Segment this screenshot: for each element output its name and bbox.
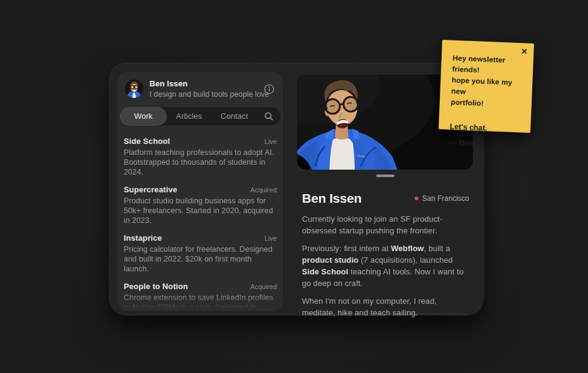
status-badge: Live bbox=[265, 235, 277, 242]
note-message: Hey newsletter friends! hope you like my… bbox=[451, 53, 524, 111]
project-supercreative[interactable]: Supercreative Acquired Product studio bu… bbox=[124, 185, 277, 225]
info-button[interactable] bbox=[264, 83, 274, 94]
bio-paragraph: Currently looking to join an SF product-… bbox=[302, 213, 469, 236]
tab-articles[interactable]: Articles bbox=[167, 107, 211, 126]
bio: Currently looking to join an SF product-… bbox=[297, 213, 473, 318]
hero-header: Ben Issen San Francisco bbox=[302, 191, 473, 206]
tab-work[interactable]: Work bbox=[120, 107, 167, 126]
search-button[interactable] bbox=[257, 107, 281, 126]
avatar bbox=[125, 80, 143, 98]
footer-divider bbox=[303, 314, 468, 314]
profile-tagline: I design and build tools people love bbox=[149, 90, 258, 99]
project-instaprice[interactable]: Instaprice Live Pricing calculator for f… bbox=[124, 233, 277, 274]
portfolio-window: Ben Issen I design and build tools peopl… bbox=[109, 63, 484, 315]
hero-name: Ben Issen bbox=[302, 191, 361, 206]
search-icon bbox=[264, 111, 274, 121]
status-badge: Acquired bbox=[251, 283, 277, 290]
project-title: People to Notion bbox=[124, 282, 188, 291]
bio-paragraph: When I'm not on my computer, I read, med… bbox=[302, 295, 469, 318]
left-panel: Ben Issen I design and build tools peopl… bbox=[118, 72, 283, 311]
profile-header: Ben Issen I design and build tools peopl… bbox=[118, 72, 283, 105]
sticky-note: ✕ Hey newsletter friends! hope you like … bbox=[439, 40, 534, 133]
project-title: Supercreative bbox=[124, 185, 177, 194]
project-description: Chrome extension to save LinkedIn profil… bbox=[124, 293, 277, 311]
location-label: San Francisco bbox=[422, 194, 469, 203]
project-title: Side School bbox=[124, 137, 170, 146]
avatar-illustration bbox=[125, 80, 143, 98]
project-title: Instaprice bbox=[124, 233, 162, 243]
drag-handle[interactable] bbox=[376, 175, 394, 177]
project-description: Platform teaching professionals to adopt… bbox=[124, 148, 277, 177]
project-list[interactable]: Side School Live Platform teaching profe… bbox=[118, 126, 283, 311]
location-dot-icon bbox=[415, 197, 418, 200]
project-description: Pricing calculator for freelancers. Desi… bbox=[124, 244, 277, 274]
project-side-school[interactable]: Side School Live Platform teaching profe… bbox=[124, 137, 277, 177]
status-badge: Acquired bbox=[251, 186, 277, 194]
tab-contact[interactable]: Contact bbox=[211, 107, 257, 126]
bio-paragraph: Previously: first intern at Webflow, bui… bbox=[302, 243, 469, 289]
project-people-to-notion[interactable]: People to Notion Acquired Chrome extensi… bbox=[124, 282, 277, 311]
profile-name: Ben Issen bbox=[149, 79, 258, 88]
status-badge: Live bbox=[265, 138, 277, 145]
info-icon bbox=[264, 84, 274, 94]
note-chat-link[interactable]: Let's chat. bbox=[450, 122, 488, 133]
hero-location: San Francisco bbox=[415, 194, 469, 203]
profile-text: Ben Issen I design and build tools peopl… bbox=[149, 79, 258, 99]
tab-bar: Work Articles Contact bbox=[120, 107, 281, 126]
project-description: Product studio building business apps fo… bbox=[124, 196, 277, 225]
close-icon[interactable]: ✕ bbox=[521, 47, 527, 55]
